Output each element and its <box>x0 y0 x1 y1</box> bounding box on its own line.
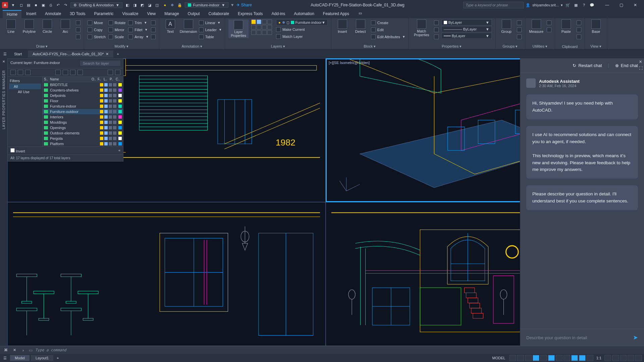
tab-automation[interactable]: Automation <box>290 10 318 18</box>
tool-misc[interactable] <box>434 34 439 40</box>
maximize-button[interactable]: ▢ <box>614 1 628 9</box>
plot-icon[interactable] <box>113 105 116 108</box>
layer-panel-strip[interactable]: ✕ LAYER PROPERTIES MANAGER <box>0 58 7 346</box>
otrack-button[interactable] <box>548 355 555 361</box>
qt-icon[interactable]: ◩ <box>139 2 145 8</box>
app-icon[interactable]: A <box>2 2 8 8</box>
tool-misc[interactable] <box>517 34 522 40</box>
tool-edit[interactable]: Edit <box>371 26 405 33</box>
refresh-icon[interactable] <box>108 70 113 75</box>
plot-icon[interactable] <box>113 94 116 97</box>
freeze-icon[interactable] <box>104 142 108 145</box>
command-input[interactable]: Type a command <box>35 348 66 352</box>
plot-icon[interactable] <box>113 88 116 92</box>
assistant-input[interactable]: Describe your question in detail <box>526 335 630 340</box>
tool-layer-properties[interactable]: Layer Properties <box>228 19 249 38</box>
plot-icon[interactable] <box>113 142 116 145</box>
qt-icon[interactable]: ◪ <box>147 2 153 8</box>
end-chat-button[interactable]: ⊗End chat <box>615 63 638 68</box>
color-swatch[interactable] <box>118 137 122 140</box>
color-swatch[interactable] <box>118 94 122 97</box>
gear-button[interactable] <box>604 355 611 361</box>
tool-dimension[interactable]: Dimension <box>181 19 196 34</box>
layer-icon[interactable] <box>267 25 272 29</box>
tool-array[interactable]: Array ▾ <box>128 34 148 40</box>
bulb-icon[interactable] <box>100 131 103 135</box>
chat-icon[interactable]: 💬 <box>589 2 595 8</box>
sc-button[interactable] <box>579 355 586 361</box>
tool-misc[interactable] <box>76 34 80 40</box>
tool-misc[interactable] <box>547 19 551 26</box>
tool-icon[interactable] <box>70 70 75 75</box>
layer-icon[interactable] <box>267 19 272 24</box>
bulb-icon[interactable] <box>100 99 103 103</box>
bulb-icon[interactable] <box>100 88 103 92</box>
bulb-icon[interactable] <box>100 137 103 140</box>
lock-icon[interactable] <box>109 94 112 97</box>
layer-row[interactable]: Furniture-indoor <box>43 104 123 109</box>
layer-row[interactable]: Counters-shelves <box>43 87 123 93</box>
grid-button[interactable] <box>509 355 516 361</box>
layer-icon[interactable] <box>251 25 256 29</box>
tool-misc[interactable] <box>577 26 581 33</box>
qt-icon[interactable]: ◨ <box>132 2 138 8</box>
tab-express[interactable]: Express Tools <box>234 10 267 18</box>
group-label[interactable]: Properties ▾ <box>412 44 492 49</box>
tool-misc[interactable] <box>151 34 156 40</box>
plot-icon[interactable] <box>113 115 116 119</box>
bulb-icon[interactable] <box>100 83 103 86</box>
restart-chat-button[interactable]: ↻Restart chat <box>573 63 602 68</box>
osnap-button[interactable] <box>540 355 547 361</box>
workspace-selector[interactable]: ⚙ Drafting & Annotation ▼ <box>70 2 122 8</box>
tool-icon[interactable] <box>77 70 83 75</box>
color-swatch[interactable] <box>118 88 122 92</box>
layer-icon[interactable] <box>251 30 256 35</box>
tool-trim[interactable]: Trim ▾ <box>128 19 148 26</box>
layer-dropdown[interactable]: ●❄◻Furniture-indoor ▼ <box>276 19 328 25</box>
color-swatch[interactable] <box>118 121 122 124</box>
tool-misc[interactable] <box>76 19 80 26</box>
freeze-icon[interactable] <box>104 110 108 113</box>
lwt-button[interactable] <box>564 355 570 361</box>
tool-polyline[interactable]: Polyline <box>21 19 37 34</box>
undo-icon[interactable]: ↶ <box>55 2 61 8</box>
app-icon[interactable]: ▦ <box>573 2 579 8</box>
qt-icon[interactable]: ◫ <box>154 2 160 8</box>
lock-icon[interactable] <box>109 121 112 124</box>
tab-collaborate[interactable]: Collaborate <box>205 10 233 18</box>
tab-parametric[interactable]: Parametric <box>90 10 118 18</box>
plot-icon[interactable] <box>113 99 116 103</box>
lock-icon[interactable] <box>109 99 112 103</box>
lock-icon[interactable] <box>109 110 112 113</box>
layer-icon[interactable] <box>251 19 256 24</box>
color-swatch[interactable] <box>118 131 122 135</box>
tool-edit-attrs[interactable]: Edit Attributes ▾ <box>371 34 405 40</box>
freeze-icon[interactable] <box>104 88 108 92</box>
plot-icon[interactable] <box>113 137 116 140</box>
freeze-icon[interactable] <box>104 126 108 129</box>
minimize-button[interactable]: — <box>600 1 614 9</box>
layer-row[interactable]: Mouldings <box>43 120 123 125</box>
plot-icon[interactable] <box>113 126 116 129</box>
filter-used[interactable]: All Use <box>9 89 41 95</box>
tool-create[interactable]: Create <box>371 19 405 26</box>
color-combo[interactable]: ByLayer▼ <box>441 19 492 25</box>
viewport-bottom-left[interactable] <box>7 202 326 346</box>
freeze-icon[interactable] <box>104 94 108 97</box>
freeze-icon[interactable] <box>104 99 108 103</box>
anno-button[interactable] <box>587 355 593 361</box>
scale-label[interactable]: 1:1 <box>594 356 603 360</box>
color-swatch[interactable] <box>118 105 122 108</box>
tool-paste[interactable]: Paste <box>558 19 574 34</box>
chevron-icon[interactable]: › <box>20 347 26 353</box>
color-swatch[interactable] <box>118 110 122 113</box>
redo-icon[interactable]: ↷ <box>62 2 68 8</box>
tab-annotate[interactable]: Annotate <box>41 10 65 18</box>
tool-detect[interactable]: Detect <box>353 19 368 34</box>
bulb-icon[interactable]: ● <box>162 2 168 8</box>
tool-text[interactable]: AText <box>163 19 178 34</box>
tool-measure[interactable]: Measure <box>529 19 544 34</box>
layer-row[interactable]: Outdoor-elements <box>43 130 123 136</box>
bulb-icon[interactable] <box>100 115 103 119</box>
tool-misc[interactable] <box>577 34 581 40</box>
